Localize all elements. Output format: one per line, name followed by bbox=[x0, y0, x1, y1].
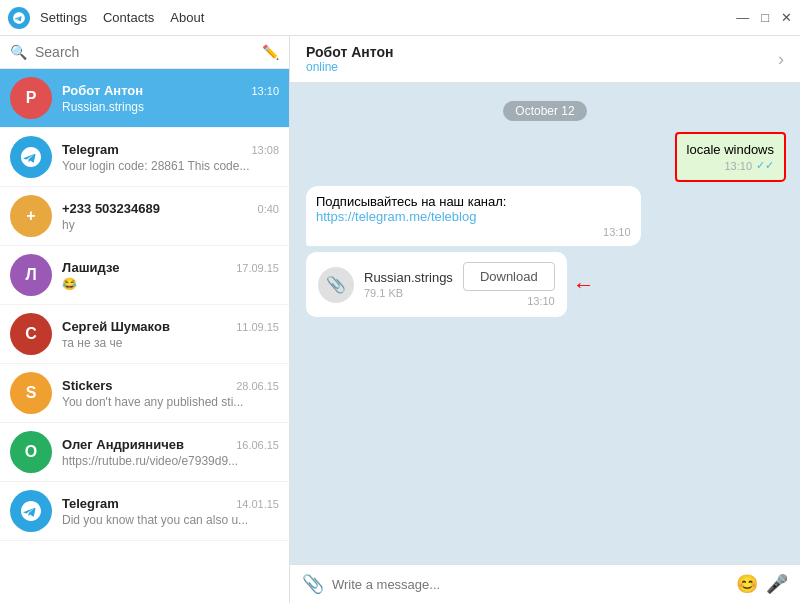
chat-item[interactable]: ЛЛашидзе17.09.15😂 bbox=[0, 246, 289, 305]
menu-about[interactable]: About bbox=[170, 10, 204, 25]
chat-name: Сергей Шумаков bbox=[62, 319, 170, 334]
chat-header-info: Робот Антон online bbox=[306, 44, 393, 74]
message-input-bar: 📎 😊 🎤 bbox=[290, 564, 800, 603]
chat-preview: та не за че bbox=[62, 336, 279, 350]
chat-preview: You don't have any published sti... bbox=[62, 395, 279, 409]
message-input[interactable] bbox=[332, 577, 728, 592]
chat-name: Telegram bbox=[62, 142, 119, 157]
message-time: 13:10 bbox=[603, 226, 631, 238]
chat-name: Stickers bbox=[62, 378, 113, 393]
window-controls: — □ ✕ bbox=[736, 10, 792, 25]
avatar: + bbox=[10, 195, 52, 237]
chat-time: 0:40 bbox=[258, 203, 279, 215]
close-button[interactable]: ✕ bbox=[781, 10, 792, 25]
chat-area: Робот Антон online › October 12 locale w… bbox=[290, 36, 800, 603]
app-logo bbox=[8, 7, 30, 29]
chat-time: 28.06.15 bbox=[236, 380, 279, 392]
avatar bbox=[10, 490, 52, 532]
search-icon: 🔍 bbox=[10, 44, 27, 60]
chat-time: 11.09.15 bbox=[236, 321, 279, 333]
chat-preview: Your login code: 28861 This code... bbox=[62, 159, 279, 173]
message-row: Подписывайтесь на наш канал: https://tel… bbox=[306, 186, 784, 246]
file-actions: Download 13:10 bbox=[463, 262, 555, 307]
chat-contact-name: Робот Антон bbox=[306, 44, 393, 60]
messages-area: October 12 locale windows 13:10 ✓✓ Подпи… bbox=[290, 83, 800, 564]
main-layout: 🔍 ✏️ РРобот Антон13:10Russian.stringsTel… bbox=[0, 36, 800, 603]
message-bubble-outgoing: locale windows 13:10 ✓✓ bbox=[677, 134, 784, 180]
avatar: Л bbox=[10, 254, 52, 296]
menu-bar: Settings Contacts About bbox=[40, 10, 204, 25]
chat-name: Telegram bbox=[62, 496, 119, 511]
file-icon: 📎 bbox=[318, 267, 354, 303]
avatar: С bbox=[10, 313, 52, 355]
chat-list: РРобот Антон13:10Russian.stringsTelegram… bbox=[0, 69, 289, 603]
chat-item[interactable]: SStickers28.06.15You don't have any publ… bbox=[0, 364, 289, 423]
attach-icon[interactable]: 📎 bbox=[302, 573, 324, 595]
message-row: locale windows 13:10 ✓✓ bbox=[306, 134, 784, 180]
chat-item[interactable]: Telegram14.01.15Did you know that you ca… bbox=[0, 482, 289, 541]
chat-item[interactable]: ССергей Шумаков11.09.15та не за че bbox=[0, 305, 289, 364]
file-info: Russian.strings 79.1 KB bbox=[364, 270, 453, 299]
check-icon: ✓✓ bbox=[756, 159, 774, 172]
chat-preview: 😂 bbox=[62, 277, 279, 291]
message-meta: 13:10 bbox=[316, 226, 631, 238]
chat-time: 14.01.15 bbox=[236, 498, 279, 510]
search-input[interactable] bbox=[35, 44, 254, 60]
chat-info: Робот Антон13:10Russian.strings bbox=[62, 83, 279, 114]
chat-name: +233 503234689 bbox=[62, 201, 160, 216]
chat-preview: Russian.strings bbox=[62, 100, 279, 114]
minimize-button[interactable]: — bbox=[736, 10, 749, 25]
chat-info: Лашидзе17.09.15😂 bbox=[62, 260, 279, 291]
titlebar: Settings Contacts About — □ ✕ bbox=[0, 0, 800, 36]
chat-name: Лашидзе bbox=[62, 260, 119, 275]
sidebar: 🔍 ✏️ РРобот Антон13:10Russian.stringsTel… bbox=[0, 36, 290, 603]
message-bubble-incoming: Подписывайтесь на наш канал: https://tel… bbox=[306, 186, 641, 246]
avatar: S bbox=[10, 372, 52, 414]
chat-name: Олег Андрияничев bbox=[62, 437, 184, 452]
chat-item[interactable]: Telegram13:08Your login code: 28861 This… bbox=[0, 128, 289, 187]
message-meta: 13:10 ✓✓ bbox=[687, 159, 774, 172]
file-time: 13:10 bbox=[527, 295, 555, 307]
file-bubble: 📎 Russian.strings 79.1 KB Download 13:10 bbox=[306, 252, 567, 317]
message-text: locale windows bbox=[687, 142, 774, 157]
chat-info: Олег Андрияничев16.06.15https://rutube.r… bbox=[62, 437, 279, 468]
chat-info: +233 5032346890:40hy bbox=[62, 201, 279, 232]
chat-time: 16.06.15 bbox=[236, 439, 279, 451]
message-link[interactable]: https://telegram.me/teleblog bbox=[316, 209, 476, 224]
file-content: 📎 Russian.strings 79.1 KB Download 13:10 bbox=[318, 262, 555, 307]
avatar: Р bbox=[10, 77, 52, 119]
chat-time: 13:08 bbox=[251, 144, 279, 156]
chat-name: Робот Антон bbox=[62, 83, 143, 98]
chat-info: Telegram14.01.15Did you know that you ca… bbox=[62, 496, 279, 527]
menu-settings[interactable]: Settings bbox=[40, 10, 87, 25]
avatar bbox=[10, 136, 52, 178]
chat-item[interactable]: РРобот Антон13:10Russian.strings bbox=[0, 69, 289, 128]
search-bar: 🔍 ✏️ bbox=[0, 36, 289, 69]
chat-header: Робот Антон online › bbox=[290, 36, 800, 83]
download-button[interactable]: Download bbox=[463, 262, 555, 291]
chat-header-arrow[interactable]: › bbox=[778, 49, 784, 70]
chat-item[interactable]: ООлег Андрияничев16.06.15https://rutube.… bbox=[0, 423, 289, 482]
avatar: О bbox=[10, 431, 52, 473]
chat-time: 13:10 bbox=[251, 85, 279, 97]
file-size: 79.1 KB bbox=[364, 287, 453, 299]
date-separator: October 12 bbox=[306, 103, 784, 118]
maximize-button[interactable]: □ bbox=[761, 10, 769, 25]
emoji-icon[interactable]: 😊 bbox=[736, 573, 758, 595]
message-text: Подписывайтесь на наш канал: bbox=[316, 194, 506, 209]
chat-info: Telegram13:08Your login code: 28861 This… bbox=[62, 142, 279, 173]
mic-icon[interactable]: 🎤 bbox=[766, 573, 788, 595]
compose-icon[interactable]: ✏️ bbox=[262, 44, 279, 60]
red-arrow: ← bbox=[573, 252, 595, 317]
file-name: Russian.strings bbox=[364, 270, 453, 285]
chat-status: online bbox=[306, 60, 393, 74]
chat-info: Stickers28.06.15You don't have any publi… bbox=[62, 378, 279, 409]
file-message-row: 📎 Russian.strings 79.1 KB Download 13:10… bbox=[306, 252, 784, 317]
chat-item[interactable]: ++233 5032346890:40hy bbox=[0, 187, 289, 246]
chat-preview: https://rutube.ru/video/e7939d9... bbox=[62, 454, 279, 468]
menu-contacts[interactable]: Contacts bbox=[103, 10, 154, 25]
chat-time: 17.09.15 bbox=[236, 262, 279, 274]
chat-preview: Did you know that you can also u... bbox=[62, 513, 279, 527]
chat-info: Сергей Шумаков11.09.15та не за че bbox=[62, 319, 279, 350]
message-time: 13:10 bbox=[724, 160, 752, 172]
